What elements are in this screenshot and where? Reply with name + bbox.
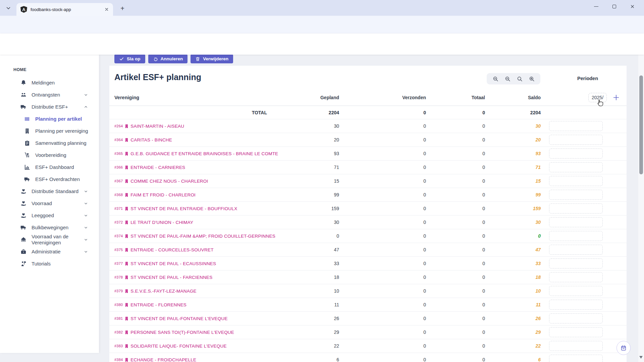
sidebar-item-distributie-standaard[interactable]: Distributie Standaard	[0, 185, 99, 197]
vereniging-link[interactable]: #365G.E.B. GUIDANCE ET ENTRAIDE BRAINOIS…	[114, 151, 285, 156]
vereniging-link[interactable]: #374ST VINCENT DE PAUL-FAIM &AMP; FROID …	[114, 234, 285, 239]
sidebar-item-leeggoed[interactable]: Leeggoed	[0, 209, 99, 222]
vereniging-link[interactable]: #382PERSONNE SANS TOI(T)-FONTAINE L'EVEQ…	[114, 330, 285, 335]
handtruck-icon	[24, 152, 31, 159]
sidebar-item-voorraad[interactable]: Voorraad	[0, 197, 99, 209]
sidebar-item-distributie-esf-[interactable]: Distributie ESF+	[0, 101, 99, 113]
totaal-value: 0	[426, 343, 485, 349]
vereniging-link[interactable]: #367COMME CHEZ NOUS - CHARLEROI	[114, 179, 285, 184]
period-input[interactable]	[549, 245, 603, 255]
scrollbar-down-arrow[interactable]	[639, 356, 643, 359]
tab-search-caret-icon[interactable]	[4, 4, 13, 12]
period-input[interactable]	[549, 355, 603, 362]
sidebar-item-esf-overdrachten[interactable]: ESF+ Overdrachten	[0, 173, 99, 185]
table-row: #366ENTRAIDE - CARNIERES710071	[109, 161, 627, 174]
browser-tab[interactable]: A foodbanks-stock-app	[16, 3, 113, 16]
period-input[interactable]	[549, 148, 603, 159]
period-input[interactable]	[549, 135, 603, 145]
periods-label[interactable]: Perioden	[577, 76, 598, 81]
vereniging-link[interactable]: #379S.E.V.E.S.-FAYT-LEZ-MANAGE	[114, 289, 285, 294]
sidebar-item-samenvatting-planning[interactable]: Samenvatting planning	[0, 137, 99, 149]
period-input[interactable]	[549, 258, 603, 268]
cancel-button[interactable]: Annuleren	[148, 54, 188, 63]
vereniging-name: PERSONNE SANS TOI(T)-FONTAINE L'EVEQUE	[130, 330, 234, 335]
period-input[interactable]	[549, 217, 603, 227]
sidebar-item-administratie[interactable]: Administratie	[0, 246, 99, 258]
vereniging-link[interactable]: #383SOLIDARITE LAIQUE- FONTAINE L'EVEQUE	[114, 344, 285, 349]
page-scrollbar[interactable]	[638, 34, 644, 362]
vereniging-link[interactable]: #381ST VINCENT DE PAUL-FONTAINE L'EVEQUE	[114, 316, 285, 321]
zoom-out-all-icon[interactable]	[492, 76, 499, 82]
sidebar-item-voorraad-van-de-verenigingen[interactable]: Voorraad van de Verenigingen	[0, 234, 99, 246]
period-input[interactable]	[549, 286, 603, 296]
gepland-value: 6	[285, 357, 339, 362]
window-close-button[interactable]	[625, 0, 640, 13]
sidebar-item-meldingen[interactable]: Meldingen	[0, 77, 99, 89]
period-input[interactable]	[549, 300, 603, 310]
verzonden-value: 0	[339, 302, 426, 307]
period-input[interactable]	[549, 162, 603, 172]
period-input[interactable]	[549, 272, 603, 282]
vereniging-link[interactable]: #368FAIM ET FROID - CHARLEROI	[114, 192, 285, 197]
window-maximize-button[interactable]	[606, 0, 622, 13]
vereniging-link[interactable]: #371ST VINCENT DE PAUL ENTRAIDE - BOUFFI…	[114, 206, 285, 211]
period-column-chip[interactable]: 2025/	[588, 93, 607, 102]
chevron-down-icon	[84, 237, 88, 242]
vereniging-link[interactable]: #378ST VINCENT DE PAUL - FARCIENNES	[114, 275, 285, 280]
sidebar-item-voorbereiding[interactable]: Voorbereiding	[0, 149, 99, 161]
sidebar-item-tutorials[interactable]: Tutorials	[0, 258, 99, 270]
gepland-value: 33	[285, 261, 339, 266]
period-input[interactable]	[549, 341, 603, 351]
vereniging-id: #372	[114, 220, 123, 224]
zoom-in-icon[interactable]	[529, 76, 535, 82]
verzonden-value: 0	[339, 192, 426, 197]
period-input[interactable]	[549, 190, 603, 200]
period-input[interactable]	[549, 327, 603, 337]
save-button[interactable]: Sla op	[114, 54, 145, 63]
search-icon[interactable]	[517, 76, 523, 82]
period-input[interactable]	[549, 313, 603, 323]
action-toolbar: Sla op Annuleren Verwijderen	[114, 54, 233, 64]
delete-button[interactable]: Verwijderen	[191, 54, 233, 63]
scrollbar-thumb[interactable]	[639, 75, 643, 174]
vereniging-link[interactable]: #375ENTRAIDE - COURCELLES-SOUVRET	[114, 247, 285, 252]
periods-calendar-fab[interactable]	[616, 341, 631, 355]
vereniging-link[interactable]: #380ENTRAIDE - FLORENNES	[114, 302, 285, 307]
total-verzonden: 0	[339, 110, 426, 115]
table-row: #365G.E.B. GUIDANCE ET ENTRAIDE BRAINOIS…	[109, 147, 627, 161]
vereniging-link[interactable]: #366ENTRAIDE - CARNIERES	[114, 165, 285, 170]
sidebar-item-label: Ontvangsten	[32, 92, 60, 98]
vereniging-link[interactable]: #372LE TRAIT D'UNION - CHIMAY	[114, 220, 285, 225]
sidebar-item-label: Samenvatting planning	[35, 140, 87, 146]
sidebar-item-planning-per-vereniging[interactable]: Planning per vereniging	[0, 125, 99, 137]
new-tab-button[interactable]: +	[118, 4, 127, 13]
sidebar-item-esf-dashboard[interactable]: ESF+ Dashboard	[0, 161, 99, 173]
vereniging-link[interactable]: #364CARITAS - BINCHE	[114, 137, 285, 142]
vereniging-link[interactable]: #264SAINT-MARTIN - AISEAU	[114, 124, 285, 129]
zoom-out-icon[interactable]	[504, 76, 511, 82]
building-icon	[124, 303, 129, 307]
check-icon	[119, 56, 124, 61]
window-minimize-button[interactable]	[588, 0, 604, 13]
gepland-value: 18	[285, 275, 339, 280]
period-input[interactable]	[549, 176, 603, 186]
trash-icon	[195, 56, 200, 61]
period-input[interactable]	[549, 121, 603, 131]
totaal-value: 0	[426, 357, 485, 362]
sidebar-item-ontvangsten[interactable]: Ontvangsten	[0, 89, 99, 101]
sidebar-item-planning-per-artikel[interactable]: Planning per artikel	[0, 113, 99, 125]
vereniging-link[interactable]: #384ECHANGE - FROIDCHAPELLE	[114, 357, 285, 362]
app-header	[0, 34, 644, 55]
total-totaal: 0	[426, 110, 485, 115]
gepland-value: 29	[285, 329, 339, 335]
vereniging-link[interactable]: #377ST VINCENT DE PAUL - ECAUSSINNES	[114, 261, 285, 266]
gepland-value: 0	[285, 233, 339, 239]
add-period-icon[interactable]	[612, 94, 620, 101]
period-input[interactable]	[549, 203, 603, 214]
vereniging-name: ECHANGE - FROIDCHAPELLE	[130, 357, 196, 362]
period-input[interactable]	[549, 231, 603, 241]
chart-icon	[24, 164, 31, 171]
tab-close-icon[interactable]	[104, 6, 110, 12]
saldo-value: 15	[485, 178, 541, 184]
sidebar-item-bulkbewegingen[interactable]: Bulkbewegingen	[0, 222, 99, 234]
